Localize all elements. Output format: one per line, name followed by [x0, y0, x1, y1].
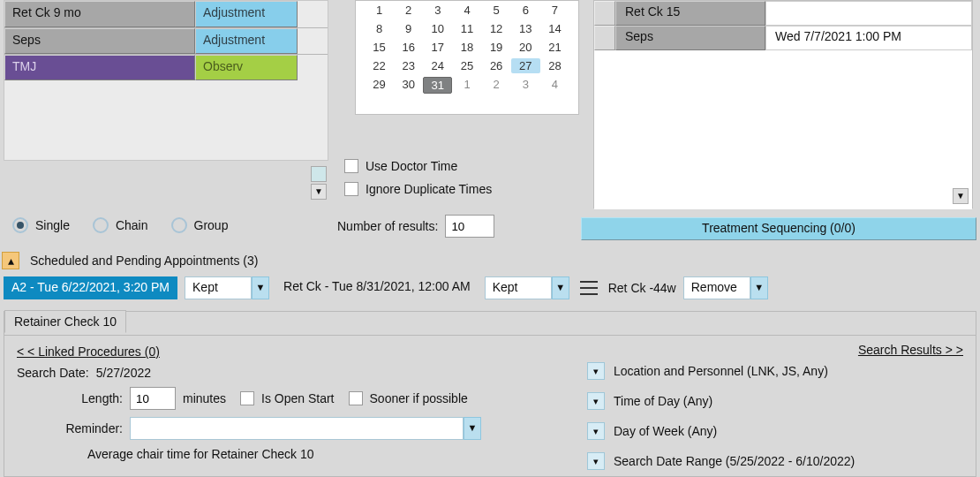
reminder-dropdown[interactable]: ▼: [130, 417, 481, 440]
hamburger-icon[interactable]: [580, 281, 598, 295]
tab-retainer-check[interactable]: Retainer Check 10: [4, 310, 126, 333]
calendar-day[interactable]: 2: [394, 3, 423, 18]
calendar-day[interactable]: 20: [511, 40, 540, 55]
procedure-tag[interactable]: Adjustment: [195, 28, 298, 54]
calendar-day[interactable]: 4: [540, 77, 569, 94]
chevron-down-icon[interactable]: ▾: [587, 362, 605, 380]
num-results-input[interactable]: [445, 215, 494, 238]
scroll-thumb[interactable]: [311, 166, 327, 182]
procedure-tag[interactable]: Adjustment: [195, 1, 298, 27]
is-open-start-checkbox[interactable]: [240, 391, 254, 405]
number-of-results: Number of results:: [337, 215, 494, 238]
status-dropdown-1[interactable]: Kept ▼: [185, 276, 269, 299]
appointment-row[interactable]: Ret Ck 15: [594, 1, 972, 26]
chevron-down-icon[interactable]: ▼: [464, 417, 481, 440]
calendar-day[interactable]: 22: [365, 58, 394, 73]
location-personnel-filter[interactable]: Location and Personnel (LNK, JS, Any): [614, 364, 828, 378]
calendar-day[interactable]: 15: [365, 40, 394, 55]
search-results-link[interactable]: Search Results > >: [858, 343, 963, 357]
calendar-day[interactable]: 12: [482, 21, 511, 36]
calendar-day[interactable]: 26: [482, 58, 511, 73]
calendar-day[interactable]: 10: [423, 21, 452, 36]
calendar-day[interactable]: 11: [452, 21, 481, 36]
row-handle[interactable]: [594, 1, 615, 26]
calendar-day[interactable]: 9: [394, 21, 423, 36]
radio-group[interactable]: Group: [171, 217, 229, 233]
calendar-day[interactable]: 31: [423, 77, 452, 94]
calendar-day[interactable]: 17: [423, 40, 452, 55]
status-dropdown-2[interactable]: Kept ▼: [485, 276, 569, 299]
dropdown-value: Remove: [683, 276, 750, 299]
appointment-date: [765, 1, 972, 26]
calendar-options: Use Doctor Time Ignore Duplicate Times: [344, 159, 492, 196]
chip-label: Ret Ck - Tue 8/31/2021, 12:00 AM: [283, 279, 471, 293]
appointment-row[interactable]: Seps Wed 7/7/2021 1:00 PM: [594, 26, 972, 50]
calendar-day[interactable]: 5: [482, 3, 511, 18]
time-of-day-filter[interactable]: Time of Day (Any): [614, 394, 712, 408]
appointment-retck-text: Ret Ck - Tue 8/31/2021, 12:00 AM: [276, 276, 478, 299]
collapse-toggle-button[interactable]: ▴: [2, 252, 19, 269]
procedure-name[interactable]: TMJ: [4, 55, 195, 80]
radio-chain[interactable]: Chain: [93, 217, 148, 233]
linked-procedures-link[interactable]: < < Linked Procedures (0): [17, 344, 160, 359]
chevron-down-icon[interactable]: ▼: [252, 276, 269, 299]
chevron-down-icon[interactable]: ▼: [311, 184, 327, 200]
calendar-day[interactable]: 8: [365, 21, 394, 36]
calendar-day[interactable]: 27: [511, 58, 540, 73]
chevron-down-icon[interactable]: ▾: [587, 452, 605, 470]
calendar-day[interactable]: 30: [394, 77, 423, 94]
calendar-day[interactable]: 13: [511, 21, 540, 36]
procedure-row[interactable]: Ret Ck 9 mo Adjustment: [4, 1, 328, 27]
remove-dropdown[interactable]: Remove ▼: [683, 276, 768, 299]
chevron-down-icon[interactable]: ▾: [587, 422, 605, 440]
treatment-sequencing-bar[interactable]: Treatment Sequencing (0/0): [581, 217, 976, 240]
calendar-day[interactable]: 21: [540, 40, 569, 55]
reminder-label: Reminder:: [17, 421, 123, 435]
retainer-check-tab-panel: Retainer Check 10 < < Linked Procedures …: [4, 311, 976, 477]
dropdown-value: [130, 417, 464, 440]
calendar-day[interactable]: 3: [511, 77, 540, 94]
calendar-day[interactable]: 1: [365, 3, 394, 18]
chevron-down-icon[interactable]: ▼: [552, 276, 569, 299]
procedure-name[interactable]: Seps: [4, 28, 195, 54]
chevron-down-icon[interactable]: ▼: [750, 276, 768, 299]
calendar-day[interactable]: 3: [423, 3, 452, 18]
calendar-day[interactable]: 28: [540, 58, 569, 73]
radio-single[interactable]: Single: [12, 217, 70, 233]
scheduled-appointments-header: ▴ Scheduled and Pending Appointments (3): [2, 252, 258, 269]
chevron-down-icon[interactable]: ▾: [587, 392, 605, 410]
use-doctor-time-checkbox[interactable]: Use Doctor Time: [344, 159, 492, 173]
radio-icon: [12, 217, 28, 233]
search-date-range-filter[interactable]: Search Date Range (5/25/2022 - 6/10/2022…: [614, 454, 855, 468]
calendar-day[interactable]: 2: [482, 77, 511, 94]
calendar-day[interactable]: 6: [511, 3, 540, 18]
calendar-day[interactable]: 4: [452, 3, 481, 18]
row-handle[interactable]: [594, 26, 615, 50]
length-label: Length:: [17, 391, 123, 405]
calendar-day[interactable]: 14: [540, 21, 569, 36]
calendar-day[interactable]: 23: [394, 58, 423, 73]
procedure-row[interactable]: TMJ Observ: [4, 54, 328, 80]
chevron-down-icon[interactable]: ▼: [953, 188, 969, 204]
length-input[interactable]: [130, 387, 176, 410]
calendar-day[interactable]: 19: [482, 40, 511, 55]
procedure-scroll-controls: ▼: [311, 166, 327, 200]
calendar-day[interactable]: 18: [452, 40, 481, 55]
procedure-tag[interactable]: Observ: [195, 55, 298, 80]
calendar[interactable]: 1234567891011121314151617181920212223242…: [355, 0, 579, 115]
procedure-list: Ret Ck 9 mo Adjustment Seps Adjustment T…: [4, 0, 328, 161]
calendar-day[interactable]: 24: [423, 58, 452, 73]
sooner-checkbox[interactable]: [349, 391, 363, 405]
procedure-row[interactable]: Seps Adjustment: [4, 27, 328, 54]
calendar-day[interactable]: 16: [394, 40, 423, 55]
calendar-day[interactable]: 7: [540, 3, 569, 18]
calendar-day[interactable]: 25: [452, 58, 481, 73]
ignore-duplicate-times-checkbox[interactable]: Ignore Duplicate Times: [344, 182, 492, 196]
appointment-a2-chip[interactable]: A2 - Tue 6/22/2021, 3:20 PM: [4, 276, 177, 299]
mode-radio-group: Single Chain Group: [12, 217, 228, 233]
day-of-week-filter[interactable]: Day of Week (Any): [614, 424, 717, 438]
procedure-name[interactable]: Ret Ck 9 mo: [4, 1, 195, 27]
calendar-day[interactable]: 1: [452, 77, 481, 94]
calendar-day[interactable]: 29: [365, 77, 394, 94]
procedure-spacer: [298, 55, 328, 80]
